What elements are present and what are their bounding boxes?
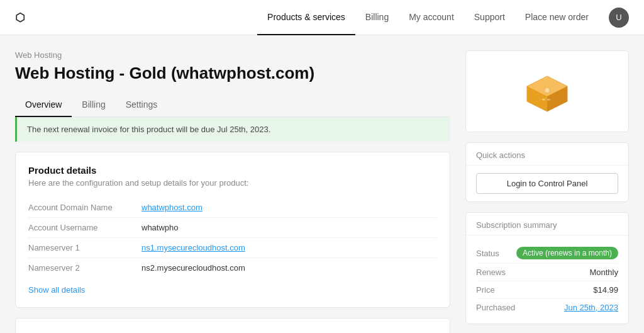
price-label: Price [476,285,495,295]
header: ⬡ Products & services Billing My account… [0,0,644,35]
quick-actions-body: Login to Control Panel [466,166,628,201]
login-control-panel-button[interactable]: Login to Control Panel [476,173,618,194]
logo: ⬡ [15,11,25,25]
show-all-link[interactable]: Show all details [28,285,85,295]
value-domain[interactable]: whatwphost.com [142,198,437,218]
renews-value: Monthly [589,268,618,277]
nav-my-account[interactable]: My account [399,0,464,35]
subscription-summary-section: Subscription summary Status Active (rene… [465,212,629,324]
label-ns2: Nameserver 2 [28,258,142,278]
table-row: Account Username whatwpho [28,218,437,238]
breadcrumb: Web Hosting [15,50,450,60]
quick-actions-section: Quick actions Login to Control Panel [465,142,629,202]
renewal-notice: The next renewal invoice for this produc… [15,117,450,142]
product-details-card: Product details Here are the configurati… [15,152,450,308]
quick-actions-title: Quick actions [466,143,628,166]
nav-products-services[interactable]: Products & services [257,0,355,35]
right-column: Quick actions Login to Control Panel Sub… [465,50,629,333]
page-title: Web Hosting - Gold (whatwphost.com) [15,64,450,83]
tab-overview[interactable]: Overview [15,93,72,117]
avatar[interactable]: U [609,8,629,28]
renews-row: Renews Monthly [476,264,618,281]
subscription-body: Status Active (renews in a month) Renews… [466,235,628,324]
status-row: Status Active (renews in a month) [476,243,618,264]
value-ns1[interactable]: ns1.mysecurecloudhost.com [142,238,437,258]
renews-label: Renews [476,268,506,277]
table-row: Account Domain Name whatwphost.com [28,198,437,218]
nav-support[interactable]: Support [464,0,515,35]
tabs: Overview Billing Settings [15,93,450,117]
tab-settings[interactable]: Settings [116,93,168,117]
detail-table: Account Domain Name whatwphost.com Accou… [28,198,437,278]
label-username: Account Username [28,218,142,238]
status-badge: Active (renews in a month) [516,247,618,259]
purchased-label: Purchased [476,303,515,312]
status-label: Status [476,249,499,258]
value-ns2: ns2.mysecurecloudhost.com [142,258,437,278]
svg-rect-6 [547,99,550,100]
left-column: Web Hosting Web Hosting - Gold (whatwpho… [15,50,450,333]
product-details-subtitle: Here are the configuration and setup det… [28,178,437,188]
nav-billing[interactable]: Billing [355,0,399,35]
svg-rect-5 [542,99,545,100]
price-row: Price $14.99 [476,281,618,299]
price-value: $14.99 [593,285,618,295]
main-wrapper: Web Hosting Web Hosting - Gold (whatwpho… [0,35,644,333]
manage-product-card: Manage your product Use the controls bel… [15,318,450,333]
table-row: Nameserver 2 ns2.mysecurecloudhost.com [28,258,437,278]
tab-billing[interactable]: Billing [72,93,115,117]
subscription-title: Subscription summary [466,213,628,235]
svg-point-4 [545,88,549,92]
product-icon-box [465,50,629,132]
product-icon [522,66,572,116]
purchased-value[interactable]: Jun 25th, 2023 [564,303,618,312]
nav-place-new-order[interactable]: Place new order [515,0,599,35]
label-domain: Account Domain Name [28,198,142,218]
purchased-row: Purchased Jun 25th, 2023 [476,299,618,316]
product-details-title: Product details [28,165,437,176]
label-ns1: Nameserver 1 [28,238,142,258]
main-nav: Products & services Billing My account S… [257,0,629,35]
value-username: whatwpho [142,218,437,238]
table-row: Nameserver 1 ns1.mysecurecloudhost.com [28,238,437,258]
